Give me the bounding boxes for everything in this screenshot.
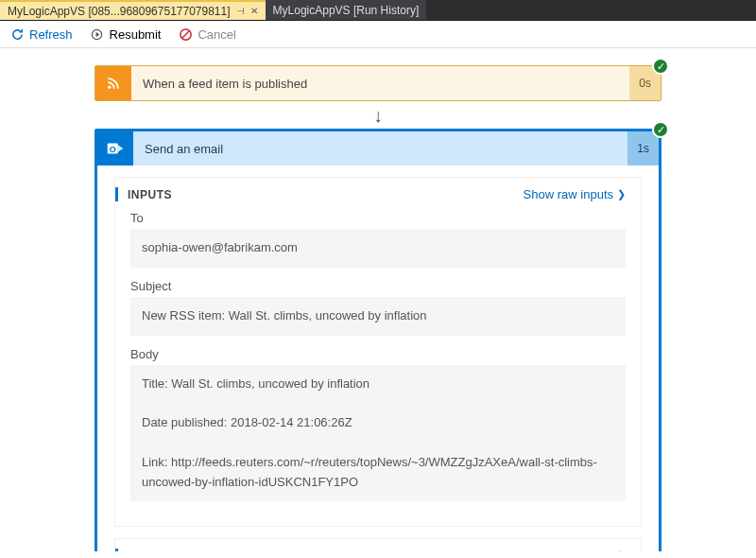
action-duration: 1s (627, 131, 659, 166)
action-card-wrap: O Send an email 1s INPUTS Show raw input… (94, 129, 662, 551)
tab-strip: MyLogicAppVS [085...96809675177079811] ⊣… (0, 0, 756, 21)
cancel-icon (178, 26, 193, 42)
action-header[interactable]: O Send an email 1s (97, 131, 659, 166)
outlook-icon: O (97, 131, 133, 166)
svg-line-2 (182, 30, 190, 38)
outputs-header: OUTPUTS Show raw outputs ❯ (115, 549, 626, 551)
resubmit-label: Resubmit (110, 27, 162, 42)
body-label: Body (130, 347, 626, 361)
arrow-down-icon: ↓ (38, 105, 718, 127)
svg-rect-3 (104, 74, 123, 93)
refresh-button[interactable]: Refresh (9, 26, 73, 42)
trigger-card[interactable]: When a feed item is published 0s (94, 65, 662, 101)
cancel-label: Cancel (198, 27, 235, 42)
show-raw-outputs-label: Show raw outputs (516, 549, 613, 551)
action-card: O Send an email 1s INPUTS Show raw input… (94, 129, 662, 551)
resubmit-icon (90, 26, 105, 42)
body-value: Title: Wall St. climbs, uncowed by infla… (130, 365, 626, 502)
outputs-heading: OUTPUTS (128, 549, 185, 551)
subject-label: Subject (130, 279, 626, 293)
to-value: sophia-owen@fabrikam.com (130, 229, 626, 268)
refresh-icon (9, 26, 25, 42)
tab-label: MyLogicAppVS [Run History] (273, 4, 420, 17)
trigger-card-wrap: When a feed item is published 0s ✓ (94, 65, 662, 101)
svg-point-4 (108, 86, 111, 89)
show-raw-inputs-label: Show raw inputs (524, 187, 613, 201)
rss-icon (95, 66, 131, 100)
tab-run-history[interactable]: MyLogicAppVS [Run History] (266, 0, 427, 20)
pin-icon[interactable]: ⊣ (236, 6, 245, 16)
refresh-label: Refresh (29, 27, 73, 42)
chevron-right-icon: ❯ (617, 188, 626, 201)
action-title: Send an email (133, 131, 627, 166)
inputs-header: INPUTS Show raw inputs ❯ (115, 187, 626, 201)
outputs-panel: OUTPUTS Show raw outputs ❯ Status code 2… (114, 538, 642, 551)
svg-text:O: O (110, 145, 116, 154)
close-icon[interactable]: ✕ (250, 6, 258, 16)
inputs-heading: INPUTS (128, 188, 172, 201)
resubmit-button[interactable]: Resubmit (90, 26, 162, 42)
chevron-right-icon: ❯ (617, 549, 626, 551)
success-badge-icon: ✓ (652, 121, 669, 138)
designer-canvas: When a feed item is published 0s ✓ ↓ O S… (0, 48, 756, 551)
subject-value: New RSS item: Wall St. climbs, uncowed b… (130, 297, 626, 336)
toolbar: Refresh Resubmit Cancel (0, 21, 756, 48)
tab-run-detail[interactable]: MyLogicAppVS [085...96809675177079811] ⊣… (0, 0, 266, 20)
success-badge-icon: ✓ (652, 58, 669, 75)
show-raw-outputs-link[interactable]: Show raw outputs ❯ (516, 549, 626, 551)
show-raw-inputs-link[interactable]: Show raw inputs ❯ (524, 187, 626, 201)
to-label: To (130, 211, 626, 225)
inputs-panel: INPUTS Show raw inputs ❯ To sophia-owen@… (114, 177, 642, 527)
cancel-button[interactable]: Cancel (178, 26, 235, 42)
trigger-title: When a feed item is published (131, 66, 629, 100)
tab-label: MyLogicAppVS [085...96809675177079811] (8, 5, 231, 18)
